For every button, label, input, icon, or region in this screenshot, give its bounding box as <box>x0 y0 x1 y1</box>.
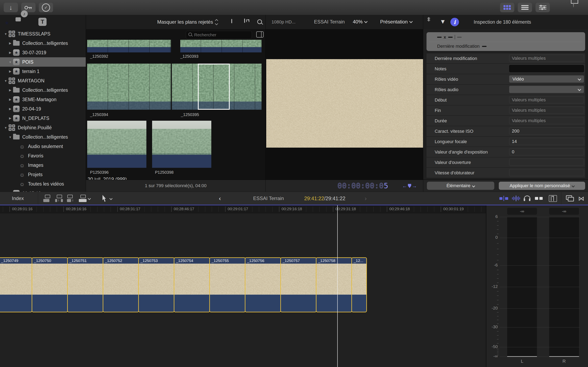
snapping-toggle[interactable] <box>535 192 543 205</box>
append-edit-button[interactable]: ↓ <box>67 192 75 205</box>
sidebar-item-n-deplats[interactable]: ▶★N_DEPLATS <box>0 114 86 123</box>
browser-toggle-button[interactable] <box>500 3 514 12</box>
timeline-clip-1250752[interactable]: _1250752 <box>103 257 139 312</box>
disclosure-triangle-icon[interactable]: ▶ <box>7 51 13 54</box>
clip-filmstrip[interactable] <box>87 64 171 110</box>
viewer-view-dropdown[interactable]: Présentation <box>380 19 412 25</box>
playhead[interactable] <box>337 205 338 367</box>
disclosure-triangle-icon[interactable]: ▶ <box>7 42 13 45</box>
sidebar-item-30-07-2019[interactable]: ▶★30-07-2019 <box>0 48 86 57</box>
timeline-ruler[interactable]: 00:28:01:1600:28:16:1600:28:31:1700:28:4… <box>0 205 486 213</box>
timeline-clip-1250755[interactable]: _1250755 <box>209 257 246 312</box>
connect-edit-button[interactable] <box>43 192 52 205</box>
skimming-toggle[interactable] <box>499 192 508 205</box>
timeline-toggle-button[interactable] <box>518 3 532 12</box>
sidebar-item-20-04-19[interactable]: ▶★20-04-19 <box>0 104 86 114</box>
tool-select-dropdown[interactable] <box>103 192 112 205</box>
sidebar-item-collection-telligentes[interactable]: ▶Collection...telligentes <box>0 85 86 95</box>
timeline-project-title[interactable]: ESSAI Terrain <box>253 192 284 205</box>
metadata-view-button[interactable]: Élémentaire <box>427 182 494 190</box>
disclosure-triangle-icon[interactable]: ▼ <box>7 135 13 139</box>
browser-panel-button[interactable] <box>255 30 265 39</box>
disclosure-triangle-icon[interactable]: ▼ <box>3 79 9 83</box>
list-view-button[interactable] <box>231 19 232 23</box>
search-input[interactable]: Rechercher <box>186 31 252 39</box>
clip-thumbnail[interactable] <box>87 121 146 168</box>
sidebar-item-20-05-19[interactable]: ▶★20-05-19 <box>0 189 86 192</box>
sidebar-item-collection-telligentes[interactable]: ▼Collection...telligentes <box>0 132 86 142</box>
inspector-tab-info[interactable]: i <box>450 18 459 26</box>
apply-custom-name-button[interactable]: Appliquer le nom personnalisé <box>499 182 585 190</box>
field-value-vitesse-d-obturateur[interactable] <box>509 169 584 176</box>
filmstrip-view-button[interactable] <box>244 19 245 23</box>
viewer-format-label[interactable]: 1080p HD... <box>272 19 295 25</box>
solo-toggle[interactable] <box>524 192 530 205</box>
timeline-clip-1250754[interactable]: _1250754 <box>174 257 210 312</box>
overwrite-edit-button[interactable] <box>79 192 90 205</box>
timeline-clip-1250751[interactable]: _1250751 <box>67 257 104 312</box>
timeline-clip-1250758[interactable]: _1250758 <box>316 257 352 312</box>
insert-edit-button[interactable]: ↓ <box>55 192 63 205</box>
field-value-caract-vitesse-iso[interactable]: 200 <box>509 127 584 134</box>
sidebar-item-pois[interactable]: ▼★POIS <box>0 57 86 67</box>
skimmer-marker-button[interactable]: ←→ <box>402 183 417 189</box>
clip-thumbnail[interactable] <box>180 40 261 52</box>
import-media-button[interactable]: ↓ <box>4 3 18 12</box>
viewer-timecode[interactable]: 00:00:00:05 <box>337 182 388 190</box>
sidebar-item-label: terrain 1 <box>22 69 39 74</box>
sidebar-item-timessslaps[interactable]: ▼★★★★TIMESSSLAPS <box>0 29 86 39</box>
sidebar-item-martagon[interactable]: ▼★★★★MARTAGON <box>0 76 86 85</box>
inspector-toggle-button[interactable] <box>536 3 550 12</box>
disclosure-triangle-icon[interactable]: ▶ <box>7 88 13 92</box>
timeline-clip-1250757[interactable]: _1250757 <box>280 257 317 312</box>
field-value-r-les-vid-o[interactable]: Vidéo <box>509 75 584 83</box>
timeline-clip-12[interactable]: _12... <box>351 257 367 312</box>
field-value-longueur-focale[interactable]: 14 <box>509 138 584 145</box>
transition-view-button[interactable]: ⋈ <box>578 192 584 205</box>
sidebar-item-collection-telligentes[interactable]: ▶Collection...telligentes <box>0 39 86 48</box>
sidebar-item-toutes-les-vid-os[interactable]: ▶☼Toutes les vidéos <box>0 179 86 189</box>
field-value-notes[interactable] <box>509 65 584 72</box>
disclosure-triangle-icon[interactable]: ▶ <box>7 117 13 120</box>
sidebar-item-projets[interactable]: ▶☼Projets <box>0 170 86 179</box>
index-button[interactable]: Index <box>12 192 24 205</box>
timeline-clip-1250753[interactable]: _1250753 <box>138 257 174 312</box>
timeline-clip-1250749[interactable]: _1250749 <box>0 257 32 312</box>
pip-view-button[interactable] <box>566 192 574 205</box>
timeline-clip-1250750[interactable]: _1250750 <box>32 257 68 312</box>
audio-skimming-toggle[interactable] <box>512 192 520 205</box>
range-selection-rect[interactable] <box>198 64 230 110</box>
disclosure-triangle-icon[interactable]: ▶ <box>7 98 13 101</box>
field-value-valeur-d-ouverture[interactable] <box>509 159 584 166</box>
sidebar-item-favoris[interactable]: ▶☼Favoris <box>0 151 86 160</box>
sidebar-item-audio-seulement[interactable]: ▶☼Audio seulement <box>0 142 86 151</box>
sidebar-item-images[interactable]: ▶☼Images <box>0 160 86 170</box>
sidebar-item-delphine-pouill[interactable]: ▼★★★★Delphine.Pouillé <box>0 123 86 132</box>
disclosure-triangle-icon[interactable]: ▼ <box>3 126 9 129</box>
disclosure-triangle-icon[interactable]: ▼ <box>7 60 13 64</box>
inspector-tab-video[interactable] <box>428 17 429 21</box>
meter-minor-dash <box>497 295 499 296</box>
disclosure-triangle-icon[interactable]: ▼ <box>3 32 9 36</box>
final-cut-pro-window: ↓ ✓ ↑ ★ ♪ T Masquer les plans rejeté <box>0 0 588 367</box>
viewer-zoom-dropdown[interactable]: 40% <box>353 19 367 25</box>
sidebar-item-3eme-martagon[interactable]: ▶★3EME-Martagon <box>0 95 86 104</box>
tab-titles-generators[interactable]: T <box>38 18 47 26</box>
clip-thumbnail[interactable] <box>87 40 171 52</box>
disclosure-triangle-icon[interactable]: ▶ <box>7 69 13 73</box>
disclosure-triangle-icon[interactable]: ▶ <box>7 107 13 111</box>
viewer-image[interactable] <box>266 59 423 148</box>
timeline-clip-1250756[interactable]: _1250756 <box>245 257 281 312</box>
clip-thumbnail[interactable] <box>152 121 211 168</box>
field-value-r-les-audio[interactable] <box>509 86 584 93</box>
meter-scale-label: -30 <box>486 324 498 329</box>
field-value-valeur-d-angle-d-exposition[interactable]: 0 <box>509 148 584 155</box>
inspector-tab-color[interactable]: ▼ <box>440 18 446 25</box>
clip-filter-dropdown[interactable]: Masquer les plans rejetés <box>157 15 218 29</box>
background-tasks-button[interactable]: ✓ <box>39 3 53 12</box>
timeline-history-forward[interactable]: › <box>365 192 367 205</box>
timeline[interactable]: 00:28:01:1600:28:16:1600:28:31:1700:28:4… <box>0 205 486 367</box>
sidebar-item-terrain-1[interactable]: ▶★terrain 1 <box>0 67 86 76</box>
clip-appearance-button[interactable] <box>549 192 557 205</box>
timeline-history-back[interactable]: ‹ <box>219 192 221 205</box>
